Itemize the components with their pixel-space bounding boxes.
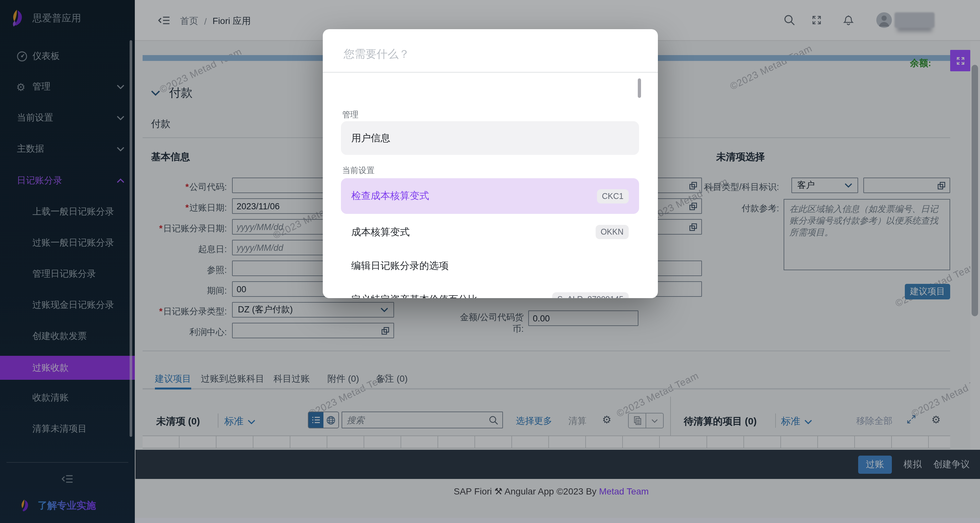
transaction-code-badge: S_ALR_87009145	[552, 292, 629, 298]
palette-item-asset-base-value[interactable]: 定义特定资产基本价值百分比 S_ALR_87009145	[341, 283, 639, 298]
palette-item-label: 成本核算变式	[351, 226, 410, 238]
app-root: 思爱普应用 仪表板 ⚙ 管理 当前设置 主数据	[0, 0, 980, 523]
transaction-code-badge: CKC1	[597, 189, 629, 203]
transaction-code-badge: OKKN	[595, 225, 629, 239]
palette-item-label: 检查成本核算变式	[351, 190, 429, 202]
palette-item-user-info[interactable]: 用户信息	[341, 121, 639, 155]
command-palette-dialog: 管理 用户信息 当前设置 检查成本核算变式 CKC1 成本核算变式 OKKN 编…	[323, 29, 658, 298]
palette-item-check-costing-variant[interactable]: 检查成本核算变式 CKC1	[341, 178, 639, 214]
palette-item-label: 用户信息	[351, 132, 390, 144]
palette-item-costing-variant[interactable]: 成本核算变式 OKKN	[341, 215, 639, 249]
palette-item-label: 定义特定资产基本价值百分比	[351, 293, 478, 298]
palette-item-journal-options[interactable]: 编辑日记账分录的选项	[341, 249, 639, 283]
palette-group-current-settings: 当前设置	[342, 165, 375, 176]
divider	[323, 72, 658, 73]
palette-scrollbar-thumb[interactable]	[638, 78, 641, 98]
palette-item-label: 编辑日记账分录的选项	[351, 259, 449, 272]
palette-group-admin: 管理	[342, 110, 358, 121]
palette-search-input[interactable]	[342, 41, 640, 68]
